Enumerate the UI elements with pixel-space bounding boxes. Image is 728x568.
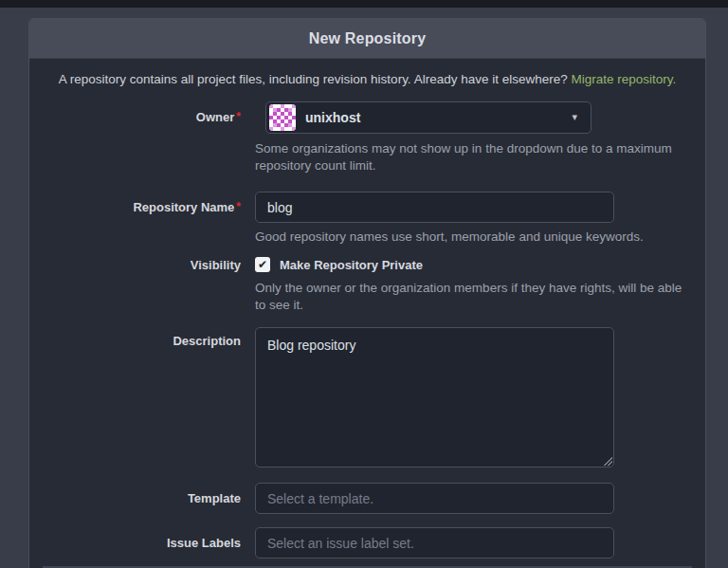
visibility-help-text: Only the owner or the organization membe… — [255, 280, 696, 314]
migrate-repository-link[interactable]: Migrate repository. — [572, 72, 677, 86]
owner-avatar-icon — [269, 104, 296, 131]
private-checkbox-label: Make Repository Private — [280, 258, 423, 272]
chevron-down-icon: ▾ — [572, 112, 577, 122]
issue-labels-input[interactable] — [255, 527, 614, 559]
intro-sentence: A repository contains all project files,… — [59, 72, 568, 86]
intro-text: A repository contains all project files,… — [43, 72, 692, 87]
repo-name-input[interactable] — [255, 192, 614, 223]
new-repository-panel: New Repository A repository contains all… — [28, 18, 706, 568]
panel-header: New Repository — [29, 19, 705, 59]
owner-label: Owner* — [43, 101, 255, 124]
description-field-row: Description Blog repository — [43, 327, 692, 467]
repo-name-field-row: Repository Name* Good repository names u… — [43, 192, 692, 246]
private-checkbox[interactable]: ✔ — [255, 257, 270, 272]
owner-field-row: Owner* — [43, 101, 692, 174]
owner-help-text: Some organizations may not show up in th… — [255, 140, 686, 174]
private-checkbox-line[interactable]: ✔ Make Repository Private — [255, 257, 692, 272]
repo-name-label: Repository Name* — [43, 192, 255, 214]
template-input[interactable] — [255, 483, 614, 514]
panel-body: A repository contains all project files,… — [29, 59, 705, 568]
page-title: New Repository — [309, 30, 427, 47]
owner-selected-value: unixhost — [305, 110, 360, 125]
owner-dropdown[interactable]: unixhost ▾ — [265, 101, 592, 134]
issue-labels-field-row: Issue Labels — [43, 527, 692, 559]
template-field-row: Template — [43, 483, 692, 514]
visibility-field-row: Visibility ✔ Make Repository Private Onl… — [43, 257, 692, 314]
required-asterisk: * — [236, 110, 241, 123]
template-label: Template — [43, 483, 255, 505]
description-textarea[interactable]: Blog repository — [255, 327, 614, 467]
required-asterisk: * — [236, 200, 241, 213]
top-navbar-edge — [0, 0, 728, 8]
repo-name-help-text: Good repository names use short, memorab… — [255, 229, 692, 246]
visibility-label: Visibility — [43, 257, 255, 272]
description-label: Description — [43, 327, 255, 348]
issue-labels-label: Issue Labels — [43, 527, 255, 550]
